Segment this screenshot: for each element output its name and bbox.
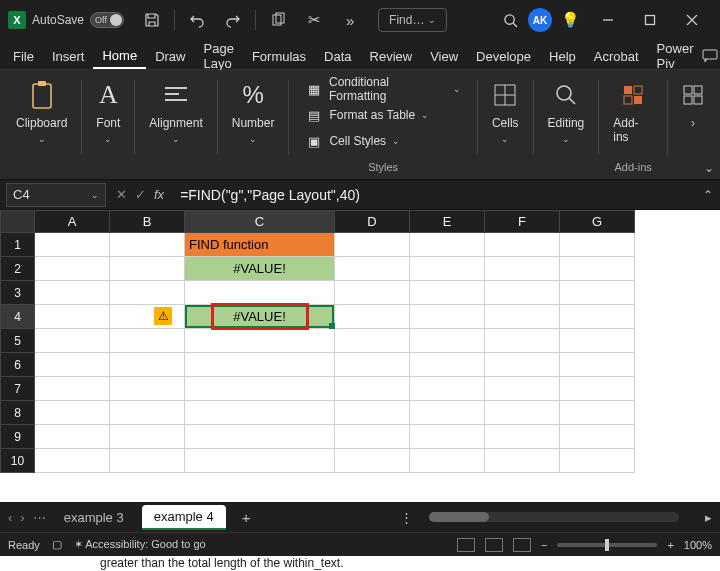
clipboard-button[interactable]: Clipboard⌄ (14, 74, 69, 148)
tab-review[interactable]: Review (361, 43, 422, 69)
tab-help[interactable]: Help (540, 43, 585, 69)
font-button[interactable]: A Font⌄ (94, 74, 122, 148)
toggle-track[interactable]: Off (90, 12, 124, 28)
toggle-knob (110, 14, 122, 26)
search-icon[interactable] (494, 4, 526, 36)
grid[interactable]: A B C D E F G 1FIND function 2#VALUE! 3 … (0, 210, 635, 473)
sheet-nav-prev[interactable]: ‹ (8, 510, 12, 525)
accessibility-status[interactable]: ✶ Accessibility: Good to go (74, 538, 206, 551)
cell-C2[interactable]: #VALUE! (185, 257, 335, 281)
ribbon-overflow-button[interactable]: › (680, 74, 706, 134)
clipboard-icon (28, 78, 56, 112)
horizontal-scrollbar[interactable] (429, 512, 679, 522)
cancel-formula-icon[interactable]: ✕ (116, 187, 127, 202)
tab-insert[interactable]: Insert (43, 43, 94, 69)
svg-rect-11 (624, 96, 632, 104)
excel-logo-icon: X (8, 11, 26, 29)
row-header-3[interactable]: 3 (1, 281, 35, 305)
window-maximize[interactable] (630, 0, 670, 40)
user-avatar[interactable]: AK (528, 8, 552, 32)
window-minimize[interactable] (588, 0, 628, 40)
page-layout-view-button[interactable] (485, 538, 503, 552)
autosave-toggle[interactable]: AutoSave Off (32, 12, 124, 28)
editing-button[interactable]: Editing⌄ (546, 74, 587, 148)
macro-record-icon[interactable]: ▢ (52, 538, 62, 551)
error-warning-icon[interactable] (154, 307, 172, 325)
sheet-nav-next[interactable]: › (20, 510, 24, 525)
tab-file[interactable]: File (4, 43, 43, 69)
zoom-percent[interactable]: 100% (684, 539, 712, 551)
row-header-8[interactable]: 8 (1, 401, 35, 425)
formula-expand-button[interactable]: ⌃ (696, 188, 720, 202)
tab-developer[interactable]: Develope (467, 43, 540, 69)
row-header-9[interactable]: 9 (1, 425, 35, 449)
row-header-4[interactable]: 4 (1, 305, 35, 329)
svg-rect-3 (646, 16, 655, 25)
group-addins: Add-ins Add-ins (603, 74, 663, 179)
window-close[interactable] (672, 0, 712, 40)
addins-button[interactable]: Add-ins (611, 74, 655, 148)
qat-overflow-icon[interactable]: » (334, 4, 366, 36)
zoom-slider[interactable] (557, 543, 657, 547)
cells-button[interactable]: Cells⌄ (490, 74, 521, 148)
sheet-tab-example4[interactable]: example 4 (142, 505, 226, 530)
col-header-D[interactable]: D (335, 211, 410, 233)
col-header-B[interactable]: B (110, 211, 185, 233)
col-header-C[interactable]: C (185, 211, 335, 233)
zoom-out-button[interactable]: − (541, 539, 547, 551)
row-header-10[interactable]: 10 (1, 449, 35, 473)
tab-data[interactable]: Data (315, 43, 360, 69)
svg-rect-13 (684, 86, 692, 94)
undo-icon[interactable] (181, 4, 213, 36)
comments-button[interactable] (702, 43, 718, 69)
redo-icon[interactable] (217, 4, 249, 36)
cell-styles-button[interactable]: ▣Cell Styles⌄ (301, 130, 465, 152)
tab-home[interactable]: Home (93, 43, 146, 69)
select-all-corner[interactable] (1, 211, 35, 233)
zoom-in-button[interactable]: + (667, 539, 673, 551)
normal-view-button[interactable] (457, 538, 475, 552)
tab-draw[interactable]: Draw (146, 43, 194, 69)
col-header-E[interactable]: E (410, 211, 485, 233)
save-icon[interactable] (136, 4, 168, 36)
format-as-table-button[interactable]: ▤Format as Table⌄ (301, 104, 465, 126)
cut-icon[interactable]: ✂ (298, 4, 330, 36)
tab-acrobat[interactable]: Acrobat (585, 43, 648, 69)
copy-icon[interactable] (262, 4, 294, 36)
formula-bar: C4 ⌄ ✕ ✓ fx =FIND("g","Page Layout",40) … (0, 180, 720, 210)
accept-formula-icon[interactable]: ✓ (135, 187, 146, 202)
tab-page-layout[interactable]: Page Layo (195, 43, 243, 69)
title-bar: X AutoSave Off ✂ » Find… ⌄ AK 💡 (0, 0, 720, 40)
scroll-thumb[interactable] (429, 512, 489, 522)
sheet-tabs-overflow[interactable]: ⋮ (400, 510, 413, 525)
formula-input[interactable]: =FIND("g","Page Layout",40) (174, 187, 696, 203)
worksheet[interactable]: A B C D E F G 1FIND function 2#VALUE! 3 … (0, 210, 720, 502)
conditional-formatting-button[interactable]: ▦Conditional Formatting⌄ (301, 78, 465, 100)
row-header-2[interactable]: 2 (1, 257, 35, 281)
number-button[interactable]: % Number⌄ (230, 74, 277, 148)
tab-formulas[interactable]: Formulas (243, 43, 315, 69)
sheet-tab-example3[interactable]: example 3 (52, 506, 136, 529)
col-header-A[interactable]: A (35, 211, 110, 233)
sheet-nav-menu[interactable]: ⋯ (33, 510, 46, 525)
add-sheet-button[interactable]: + (232, 509, 261, 526)
tab-view[interactable]: View (421, 43, 467, 69)
ribbon-collapse-button[interactable]: ⌄ (704, 161, 714, 175)
cell-C4[interactable]: #VALUE! (185, 305, 335, 329)
alignment-button[interactable]: Alignment⌄ (147, 74, 204, 148)
page-break-view-button[interactable] (513, 538, 531, 552)
row-header-7[interactable]: 7 (1, 377, 35, 401)
col-header-G[interactable]: G (560, 211, 635, 233)
name-box[interactable]: C4 ⌄ (6, 183, 106, 207)
fx-icon[interactable]: fx (154, 187, 164, 202)
cell-C1[interactable]: FIND function (185, 233, 335, 257)
row-header-5[interactable]: 5 (1, 329, 35, 353)
lightbulb-icon[interactable]: 💡 (554, 4, 586, 36)
row-header-1[interactable]: 1 (1, 233, 35, 257)
row-header-6[interactable]: 6 (1, 353, 35, 377)
addins-icon (620, 78, 646, 112)
tab-powerpivot[interactable]: Power Piv (648, 43, 703, 69)
scroll-right-arrow[interactable]: ▸ (705, 510, 712, 525)
col-header-F[interactable]: F (485, 211, 560, 233)
search-box[interactable]: Find… ⌄ (378, 8, 447, 32)
